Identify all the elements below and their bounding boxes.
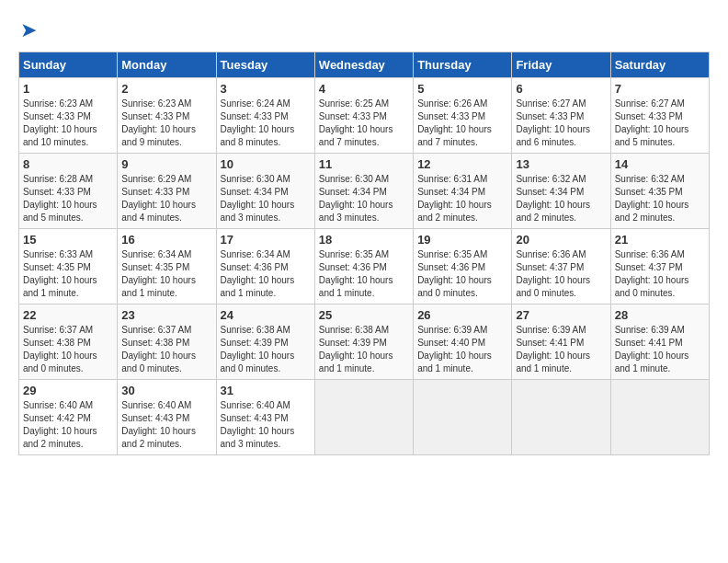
calendar-cell: 30Sunrise: 6:40 AM Sunset: 4:43 PM Dayli…: [118, 380, 216, 455]
header-cell-sunday: Sunday: [19, 52, 118, 78]
day-info: Sunrise: 6:36 AM Sunset: 4:37 PM Dayligh…: [615, 248, 705, 300]
day-number: 13: [516, 157, 606, 171]
day-info: Sunrise: 6:37 AM Sunset: 4:38 PM Dayligh…: [23, 324, 113, 375]
calendar-cell: 13Sunrise: 6:32 AM Sunset: 4:34 PM Dayli…: [512, 154, 610, 229]
day-number: 18: [319, 233, 409, 247]
day-info: Sunrise: 6:38 AM Sunset: 4:39 PM Dayligh…: [319, 324, 409, 375]
day-info: Sunrise: 6:40 AM Sunset: 4:42 PM Dayligh…: [23, 399, 113, 451]
calendar-cell: 18Sunrise: 6:35 AM Sunset: 4:36 PM Dayli…: [314, 229, 413, 304]
calendar-cell: 12Sunrise: 6:31 AM Sunset: 4:34 PM Dayli…: [414, 154, 512, 229]
day-info: Sunrise: 6:30 AM Sunset: 4:34 PM Dayligh…: [319, 173, 409, 224]
day-number: 10: [221, 157, 311, 171]
calendar-cell: 17Sunrise: 6:34 AM Sunset: 4:36 PM Dayli…: [216, 229, 314, 304]
day-number: 9: [121, 157, 211, 171]
day-info: Sunrise: 6:34 AM Sunset: 4:36 PM Dayligh…: [221, 248, 311, 300]
day-number: 14: [615, 157, 705, 171]
calendar-cell: 21Sunrise: 6:36 AM Sunset: 4:37 PM Dayli…: [610, 229, 709, 304]
calendar-week-3: 15Sunrise: 6:33 AM Sunset: 4:35 PM Dayli…: [19, 229, 710, 304]
calendar-cell: 10Sunrise: 6:30 AM Sunset: 4:34 PM Dayli…: [216, 154, 314, 229]
calendar-cell: 1Sunrise: 6:23 AM Sunset: 4:33 PM Daylig…: [19, 78, 118, 154]
day-number: 17: [221, 233, 311, 247]
calendar-cell: 20Sunrise: 6:36 AM Sunset: 4:37 PM Dayli…: [512, 229, 610, 304]
day-number: 12: [417, 157, 507, 171]
calendar-cell: [610, 380, 709, 455]
day-info: Sunrise: 6:25 AM Sunset: 4:33 PM Dayligh…: [319, 98, 409, 149]
day-info: Sunrise: 6:34 AM Sunset: 4:35 PM Dayligh…: [121, 248, 211, 300]
calendar-cell: 6Sunrise: 6:27 AM Sunset: 4:33 PM Daylig…: [512, 78, 610, 154]
calendar-cell: 4Sunrise: 6:25 AM Sunset: 4:33 PM Daylig…: [314, 78, 413, 154]
header-cell-tuesday: Tuesday: [216, 52, 314, 78]
day-number: 22: [23, 308, 113, 322]
day-number: 29: [23, 384, 113, 397]
calendar-cell: 11Sunrise: 6:30 AM Sunset: 4:34 PM Dayli…: [314, 154, 413, 229]
day-info: Sunrise: 6:35 AM Sunset: 4:36 PM Dayligh…: [417, 248, 507, 300]
calendar-cell: 3Sunrise: 6:24 AM Sunset: 4:33 PM Daylig…: [216, 78, 314, 154]
day-number: 2: [121, 82, 211, 96]
day-number: 30: [121, 384, 211, 397]
calendar-cell: 29Sunrise: 6:40 AM Sunset: 4:42 PM Dayli…: [19, 380, 118, 455]
day-number: 5: [417, 82, 507, 96]
calendar-table: SundayMondayTuesdayWednesdayThursdayFrid…: [18, 52, 710, 455]
calendar-cell: [512, 380, 610, 455]
logo: ➤: [18, 18, 37, 42]
day-number: 26: [417, 308, 507, 322]
calendar-cell: 16Sunrise: 6:34 AM Sunset: 4:35 PM Dayli…: [118, 229, 216, 304]
calendar-cell: [414, 380, 512, 455]
calendar-cell: 8Sunrise: 6:28 AM Sunset: 4:33 PM Daylig…: [19, 154, 118, 229]
calendar-week-5: 29Sunrise: 6:40 AM Sunset: 4:42 PM Dayli…: [19, 380, 710, 455]
day-number: 3: [221, 82, 311, 96]
calendar-cell: 27Sunrise: 6:39 AM Sunset: 4:41 PM Dayli…: [512, 304, 610, 380]
day-number: 23: [121, 308, 211, 322]
calendar-cell: 28Sunrise: 6:39 AM Sunset: 4:41 PM Dayli…: [610, 304, 709, 380]
day-info: Sunrise: 6:28 AM Sunset: 4:33 PM Dayligh…: [23, 173, 113, 224]
day-info: Sunrise: 6:40 AM Sunset: 4:43 PM Dayligh…: [121, 399, 211, 451]
calendar-cell: 5Sunrise: 6:26 AM Sunset: 4:33 PM Daylig…: [414, 78, 512, 154]
day-number: 20: [516, 233, 606, 247]
day-info: Sunrise: 6:27 AM Sunset: 4:33 PM Dayligh…: [615, 98, 705, 149]
day-info: Sunrise: 6:24 AM Sunset: 4:33 PM Dayligh…: [221, 98, 311, 149]
calendar-cell: 25Sunrise: 6:38 AM Sunset: 4:39 PM Dayli…: [314, 304, 413, 380]
header-row: SundayMondayTuesdayWednesdayThursdayFrid…: [19, 52, 710, 78]
day-number: 31: [221, 384, 311, 397]
day-info: Sunrise: 6:32 AM Sunset: 4:35 PM Dayligh…: [615, 173, 705, 224]
day-number: 15: [23, 233, 113, 247]
calendar-cell: 23Sunrise: 6:37 AM Sunset: 4:38 PM Dayli…: [118, 304, 216, 380]
day-info: Sunrise: 6:39 AM Sunset: 4:40 PM Dayligh…: [417, 324, 507, 375]
header-cell-friday: Friday: [512, 52, 610, 78]
calendar-cell: 15Sunrise: 6:33 AM Sunset: 4:35 PM Dayli…: [19, 229, 118, 304]
day-info: Sunrise: 6:33 AM Sunset: 4:35 PM Dayligh…: [23, 248, 113, 300]
logo-bird-icon: ➤: [20, 18, 37, 42]
day-info: Sunrise: 6:37 AM Sunset: 4:38 PM Dayligh…: [121, 324, 211, 375]
day-number: 1: [23, 82, 113, 96]
day-number: 16: [121, 233, 211, 247]
day-number: 19: [417, 233, 507, 247]
day-number: 6: [516, 82, 606, 96]
day-info: Sunrise: 6:29 AM Sunset: 4:33 PM Dayligh…: [121, 173, 211, 224]
day-number: 7: [615, 82, 705, 96]
day-info: Sunrise: 6:39 AM Sunset: 4:41 PM Dayligh…: [516, 324, 606, 375]
day-info: Sunrise: 6:35 AM Sunset: 4:36 PM Dayligh…: [319, 248, 409, 300]
calendar-cell: 14Sunrise: 6:32 AM Sunset: 4:35 PM Dayli…: [610, 154, 709, 229]
calendar-cell: 2Sunrise: 6:23 AM Sunset: 4:33 PM Daylig…: [118, 78, 216, 154]
day-info: Sunrise: 6:36 AM Sunset: 4:37 PM Dayligh…: [516, 248, 606, 300]
header-cell-wednesday: Wednesday: [314, 52, 413, 78]
calendar-cell: 9Sunrise: 6:29 AM Sunset: 4:33 PM Daylig…: [118, 154, 216, 229]
day-info: Sunrise: 6:40 AM Sunset: 4:43 PM Dayligh…: [221, 399, 311, 451]
calendar-week-2: 8Sunrise: 6:28 AM Sunset: 4:33 PM Daylig…: [19, 154, 710, 229]
day-number: 25: [319, 308, 409, 322]
calendar-cell: [314, 380, 413, 455]
day-info: Sunrise: 6:23 AM Sunset: 4:33 PM Dayligh…: [23, 98, 113, 149]
header-cell-monday: Monday: [118, 52, 216, 78]
calendar-cell: 22Sunrise: 6:37 AM Sunset: 4:38 PM Dayli…: [19, 304, 118, 380]
calendar-cell: 24Sunrise: 6:38 AM Sunset: 4:39 PM Dayli…: [216, 304, 314, 380]
day-number: 28: [615, 308, 705, 322]
day-info: Sunrise: 6:39 AM Sunset: 4:41 PM Dayligh…: [615, 324, 705, 375]
day-info: Sunrise: 6:23 AM Sunset: 4:33 PM Dayligh…: [121, 98, 211, 149]
calendar-header: SundayMondayTuesdayWednesdayThursdayFrid…: [19, 52, 710, 78]
header: ➤: [18, 18, 710, 42]
day-number: 21: [615, 233, 705, 247]
header-cell-thursday: Thursday: [414, 52, 512, 78]
calendar-cell: 7Sunrise: 6:27 AM Sunset: 4:33 PM Daylig…: [610, 78, 709, 154]
day-info: Sunrise: 6:32 AM Sunset: 4:34 PM Dayligh…: [516, 173, 606, 224]
calendar-cell: 19Sunrise: 6:35 AM Sunset: 4:36 PM Dayli…: [414, 229, 512, 304]
